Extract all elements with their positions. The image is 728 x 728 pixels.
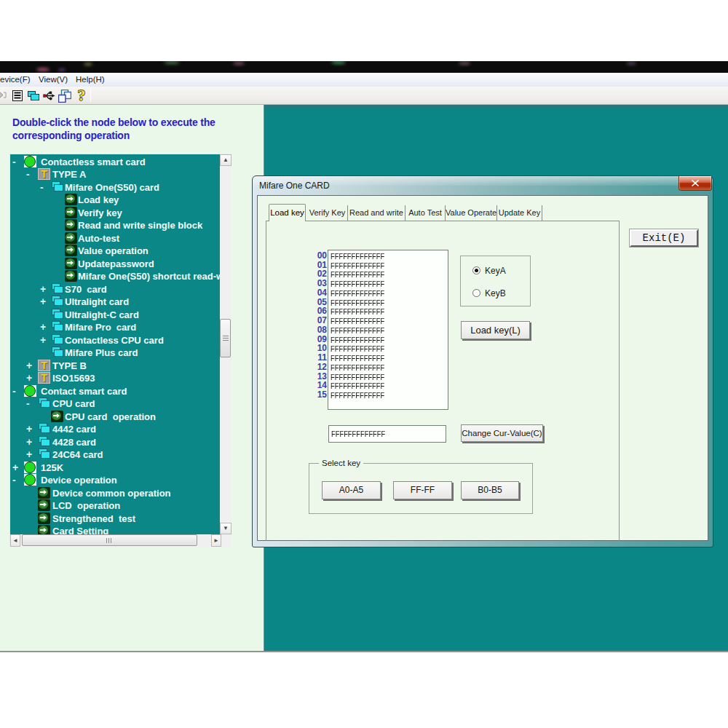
svg-text:?: ? <box>78 88 86 103</box>
